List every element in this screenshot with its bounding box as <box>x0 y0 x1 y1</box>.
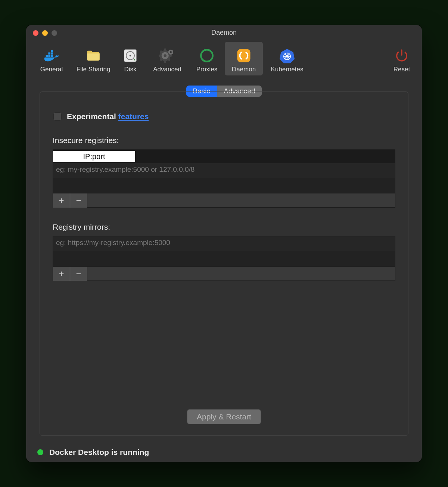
toolbar-tab-disk[interactable]: Disk <box>115 42 146 75</box>
titlebar: Daemon <box>26 25 422 40</box>
insecure-registries-label: Insecure registries: <box>53 136 395 145</box>
toolbar-tab-general[interactable]: General <box>31 42 72 75</box>
traffic-lights <box>33 30 57 36</box>
svg-rect-0 <box>46 55 48 57</box>
kubernetes-icon <box>279 47 296 64</box>
toolbar-tab-label: Advanced <box>153 66 181 73</box>
svg-rect-4 <box>51 52 53 55</box>
status-indicator-icon <box>37 449 43 455</box>
mirror-add-button[interactable]: + <box>53 267 70 281</box>
disk-icon <box>122 47 139 64</box>
toolbar-tab-label: File Sharing <box>77 66 111 73</box>
svg-point-8 <box>130 55 131 57</box>
close-window-button[interactable] <box>33 30 38 36</box>
content-area: Basic Advanced Experimental features Ins… <box>26 77 422 443</box>
svg-rect-1 <box>48 55 50 57</box>
insecure-registry-input[interactable] <box>53 151 135 162</box>
mirror-remove-button[interactable]: − <box>70 267 87 281</box>
power-icon <box>393 47 410 64</box>
daemon-icon <box>235 47 252 64</box>
registry-mirrors-list: eg: https://my-registry.example:5000 + − <box>53 236 395 281</box>
toolbar-tab-label: Daemon <box>232 66 256 73</box>
experimental-features-link[interactable]: features <box>118 112 149 121</box>
toolbar-tab-advanced[interactable]: Advanced <box>146 42 189 75</box>
svg-rect-2 <box>51 55 53 57</box>
experimental-checkbox[interactable] <box>53 112 62 121</box>
whale-icon <box>43 47 60 64</box>
insecure-add-button[interactable]: + <box>53 193 70 208</box>
experimental-label: Experimental features <box>67 112 149 121</box>
toolbar-reset-label: Reset <box>393 66 410 73</box>
mirror-empty-row <box>53 251 395 266</box>
zoom-window-button[interactable] <box>52 30 57 36</box>
registry-mirrors-label: Registry mirrors: <box>53 223 395 232</box>
gears-icon <box>159 47 176 64</box>
svg-rect-5 <box>51 50 53 52</box>
toolbar: General File Sharing Disk Advanced <box>26 40 422 77</box>
insecure-registry-hint: eg: my-registry.example:5000 or 127.0.0.… <box>53 163 395 178</box>
toolbar-tab-label: General <box>40 66 63 73</box>
toolbar-tab-proxies[interactable]: Proxies <box>189 42 225 75</box>
svg-rect-3 <box>48 52 50 55</box>
toolbar-tab-label: Proxies <box>196 66 218 73</box>
apply-restart-button[interactable]: Apply & Restart <box>187 409 261 424</box>
toolbar-tab-file-sharing[interactable]: File Sharing <box>72 42 115 75</box>
folder-icon <box>85 47 102 64</box>
toolbar-tab-daemon[interactable]: Daemon <box>225 42 263 75</box>
preferences-window: Daemon General File Sharing Disk <box>26 25 422 462</box>
svg-point-19 <box>286 55 288 58</box>
insecure-registries-list: eg: my-registry.example:5000 or 127.0.0.… <box>53 149 395 208</box>
window-title: Daemon <box>26 25 422 40</box>
insecure-empty-row <box>53 178 395 193</box>
registry-mirror-hint: eg: https://my-registry.example:5000 <box>53 236 395 251</box>
proxies-icon <box>198 47 215 64</box>
toolbar-tab-kubernetes[interactable]: Kubernetes <box>263 42 311 75</box>
settings-panel: Experimental features Insecure registrie… <box>40 91 408 436</box>
minimize-window-button[interactable] <box>42 30 48 36</box>
toolbar-reset-button[interactable]: Reset <box>387 42 417 75</box>
svg-point-11 <box>170 51 172 53</box>
svg-point-9 <box>134 59 135 61</box>
status-text: Docker Desktop is running <box>49 448 149 457</box>
experimental-label-text: Experimental <box>67 112 118 121</box>
insecure-remove-button[interactable]: − <box>70 193 87 208</box>
status-bar: Docker Desktop is running <box>26 443 422 462</box>
toolbar-tab-label: Disk <box>124 66 136 73</box>
toolbar-tab-label: Kubernetes <box>271 66 304 73</box>
